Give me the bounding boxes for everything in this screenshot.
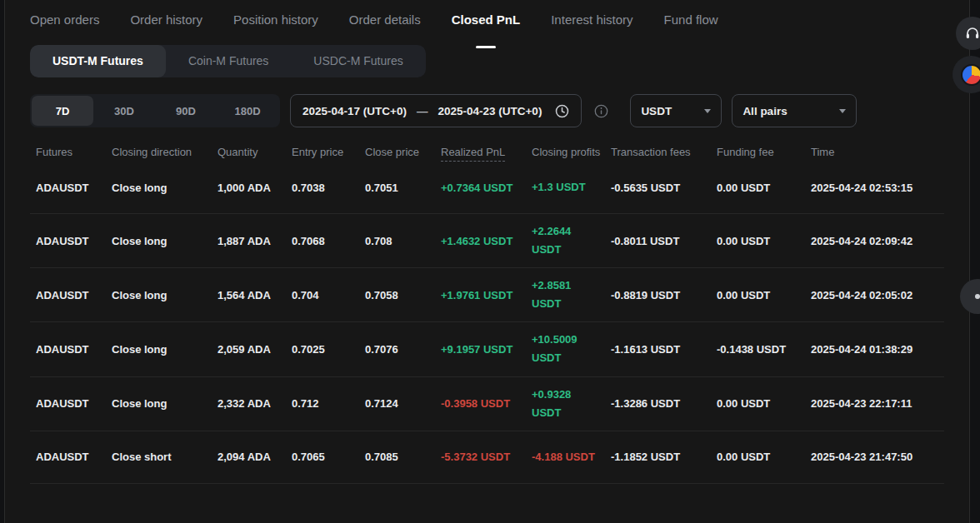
settle-asset-dropdown[interactable]: USDT bbox=[630, 94, 722, 127]
widget-icon bbox=[975, 294, 980, 299]
column-header-transaction-fees: Transaction fees bbox=[611, 146, 717, 158]
cell-transaction-fees: -0.5635 USDT bbox=[611, 182, 717, 194]
cell-closing-profits: +10.5009 USDT bbox=[532, 331, 611, 367]
table-header-row: FuturesClosing directionQuantityEntry pr… bbox=[30, 146, 944, 162]
table-row: ADAUSDTClose long2,332 ADA0.7120.7124-0.… bbox=[30, 377, 944, 431]
column-header-realized-pnl[interactable]: Realized PnL bbox=[441, 146, 532, 158]
cell-time: 2025-04-23 22:17:11 bbox=[811, 397, 944, 410]
cell-futures: ADAUSDT bbox=[30, 235, 112, 247]
cell-direction: Close long bbox=[112, 235, 218, 247]
column-header-entry-price: Entry price bbox=[292, 146, 365, 158]
cell-direction: Close short bbox=[112, 451, 218, 463]
nav-item-position-history[interactable]: Position history bbox=[233, 12, 318, 37]
cell-closing-profits: +2.2644 USDT bbox=[532, 222, 611, 259]
futures-type-tabs: USDT-M FuturesCoin-M FuturesUSDC-M Futur… bbox=[30, 45, 426, 77]
cell-direction: Close long bbox=[112, 343, 218, 356]
column-header-closing-profits: Closing profits bbox=[532, 146, 611, 158]
range-7d[interactable]: 7D bbox=[32, 96, 93, 126]
column-header-label: Quantity bbox=[218, 146, 258, 158]
column-header-label[interactable]: Realized PnL bbox=[441, 146, 505, 162]
cell-futures: ADAUSDT bbox=[30, 451, 112, 463]
cell-closing-profits: +2.8581 USDT bbox=[532, 276, 611, 313]
column-header-label: Entry price bbox=[292, 146, 343, 158]
column-header-closing-direction: Closing direction bbox=[112, 146, 218, 158]
cell-realized-pnl: -5.3732 USDT bbox=[441, 451, 532, 463]
nav-item-order-details[interactable]: Order details bbox=[349, 12, 421, 37]
range-180d[interactable]: 180D bbox=[217, 96, 278, 126]
cell-transaction-fees: -0.8011 USDT bbox=[611, 235, 717, 247]
cell-close-price: 0.7051 bbox=[365, 182, 441, 194]
column-header-label: Close price bbox=[365, 146, 419, 158]
cell-futures: ADAUSDT bbox=[30, 289, 112, 301]
cell-funding-fee: -0.1438 USDT bbox=[717, 343, 811, 356]
cell-futures: ADAUSDT bbox=[30, 397, 112, 410]
cell-direction: Close long bbox=[112, 397, 218, 410]
nav-item-open-orders[interactable]: Open orders bbox=[30, 12, 99, 37]
cell-entry-price: 0.7025 bbox=[292, 343, 365, 356]
cell-futures: ADAUSDT bbox=[30, 182, 112, 194]
cell-quantity: 1,887 ADA bbox=[218, 235, 292, 247]
column-header-label: Transaction fees bbox=[611, 146, 691, 158]
time-range-selector: 7D30D90D180D bbox=[30, 94, 280, 127]
tab-usdc-m-futures[interactable]: USDC-M Futures bbox=[291, 45, 425, 77]
pairs-value: All pairs bbox=[742, 105, 787, 117]
chevron-down-icon bbox=[839, 109, 846, 113]
column-header-quantity: Quantity bbox=[218, 146, 292, 158]
column-header-label: Futures bbox=[36, 146, 72, 158]
date-range-picker[interactable]: 2025-04-17 (UTC+0) — 2025-04-23 (UTC+0) bbox=[290, 94, 582, 127]
cell-transaction-fees: -1.3286 USDT bbox=[611, 397, 717, 410]
globe-icon bbox=[961, 64, 980, 86]
cell-entry-price: 0.712 bbox=[292, 397, 365, 410]
tab-coin-m-futures[interactable]: Coin-M Futures bbox=[166, 45, 291, 77]
date-separator: — bbox=[417, 105, 428, 117]
nav-item-fund-flow[interactable]: Fund flow bbox=[664, 12, 718, 37]
cell-close-price: 0.7058 bbox=[365, 289, 441, 301]
cell-realized-pnl: +1.9761 USDT bbox=[441, 289, 532, 301]
pairs-dropdown[interactable]: All pairs bbox=[732, 94, 857, 127]
nav-item-closed-pnl[interactable]: Closed PnL bbox=[452, 12, 521, 37]
cell-realized-pnl: -0.3958 USDT bbox=[441, 397, 532, 410]
active-tab-indicator bbox=[476, 46, 496, 48]
column-header-futures: Futures bbox=[30, 146, 112, 158]
nav-item-interest-history[interactable]: Interest history bbox=[551, 12, 632, 37]
cell-funding-fee: 0.00 USDT bbox=[717, 182, 811, 194]
clock-icon bbox=[555, 104, 569, 118]
cell-close-price: 0.7124 bbox=[365, 397, 441, 410]
cell-futures: ADAUSDT bbox=[30, 343, 112, 356]
cell-time: 2025-04-23 21:47:50 bbox=[811, 451, 944, 463]
cell-close-price: 0.7085 bbox=[365, 451, 441, 463]
column-header-label: Closing profits bbox=[532, 146, 600, 158]
cell-close-price: 0.7076 bbox=[365, 343, 441, 356]
closed-pnl-page: Open ordersOrder historyPosition history… bbox=[4, 0, 970, 523]
date-from: 2025-04-17 (UTC+0) bbox=[302, 105, 407, 117]
column-header-time: Time bbox=[811, 146, 944, 158]
cell-funding-fee: 0.00 USDT bbox=[717, 289, 811, 301]
settle-asset-value: USDT bbox=[641, 105, 672, 117]
cell-quantity: 2,094 ADA bbox=[218, 451, 292, 463]
cell-quantity: 1,564 ADA bbox=[218, 289, 292, 301]
cell-closing-profits: +1.3 USDT bbox=[532, 178, 611, 197]
column-header-funding-fee: Funding fee bbox=[717, 146, 811, 158]
date-to: 2025-04-23 (UTC+0) bbox=[438, 105, 542, 117]
cell-realized-pnl: +9.1957 USDT bbox=[441, 343, 532, 356]
range-90d[interactable]: 90D bbox=[155, 96, 217, 126]
column-header-label: Funding fee bbox=[717, 146, 774, 158]
column-header-close-price: Close price bbox=[365, 146, 441, 158]
cell-time: 2025-04-24 02:05:02 bbox=[811, 289, 944, 301]
column-header-label: Closing direction bbox=[112, 146, 192, 158]
cell-realized-pnl: +0.7364 USDT bbox=[441, 182, 532, 194]
tab-usdt-m-futures[interactable]: USDT-M Futures bbox=[30, 45, 166, 77]
cell-entry-price: 0.704 bbox=[292, 289, 365, 301]
table-row: ADAUSDTClose short2,094 ADA0.70650.7085-… bbox=[30, 431, 944, 484]
cell-entry-price: 0.7038 bbox=[292, 182, 365, 194]
cell-closing-profits: +0.9328 USDT bbox=[532, 386, 611, 422]
cell-funding-fee: 0.00 USDT bbox=[717, 451, 811, 463]
cell-close-price: 0.708 bbox=[365, 235, 441, 247]
cell-closing-profits: -4.188 USDT bbox=[532, 448, 611, 466]
info-icon[interactable] bbox=[594, 104, 608, 118]
nav-item-order-history[interactable]: Order history bbox=[130, 12, 202, 37]
cell-transaction-fees: -0.8819 USDT bbox=[611, 289, 717, 301]
cell-direction: Close long bbox=[112, 182, 218, 194]
table-row: ADAUSDTClose long2,059 ADA0.70250.7076+9… bbox=[30, 322, 944, 376]
range-30d[interactable]: 30D bbox=[93, 96, 155, 126]
